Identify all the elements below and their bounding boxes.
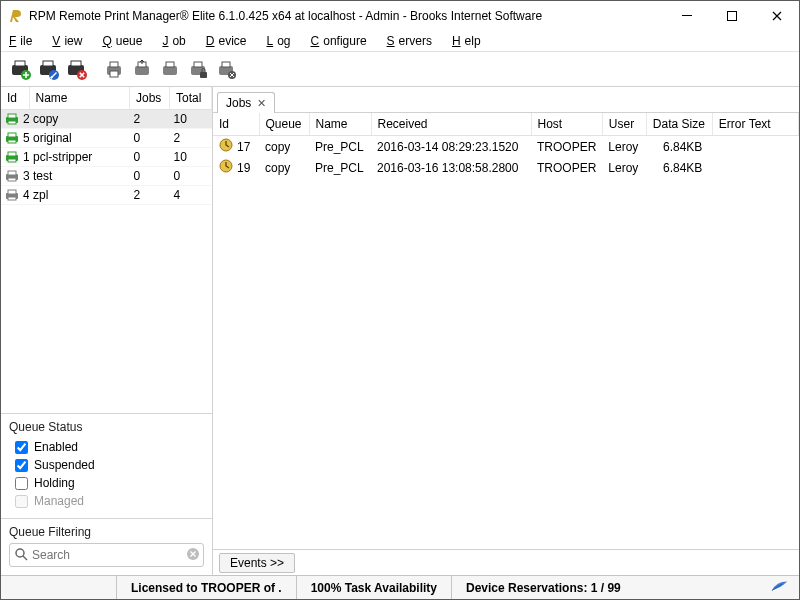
- menu-queue[interactable]: Queue: [102, 34, 150, 48]
- toolbar: [1, 51, 799, 87]
- job-row[interactable]: 17copyPre_PCL2016-03-14 08:29:23.1520TRO…: [213, 136, 799, 158]
- svg-rect-1: [727, 12, 736, 21]
- menu-bar: File View Queue Job Device Log Configure…: [1, 31, 799, 51]
- jcol-error[interactable]: Error Text: [712, 113, 798, 136]
- jobs-table[interactable]: Id Queue Name Received Host User Data Si…: [213, 113, 799, 178]
- job-host: TROOPER: [531, 136, 602, 158]
- app-icon: [7, 8, 23, 24]
- queue-row[interactable]: 1pcl-stripper010: [1, 147, 212, 166]
- queue-status-panel: Queue Status EnabledSuspendedHoldingMana…: [1, 413, 212, 518]
- job-row[interactable]: 19copyPre_PCL2016-03-16 13:08:58.2800TRO…: [213, 157, 799, 178]
- job-host: TROOPER: [531, 157, 602, 178]
- queue-name: pcl-stripper: [29, 147, 130, 166]
- queue-jobs: 0: [130, 128, 170, 147]
- svg-rect-27: [8, 121, 16, 124]
- window-buttons: [664, 1, 799, 31]
- queue-row[interactable]: 5original02: [1, 128, 212, 147]
- svg-rect-33: [8, 159, 16, 162]
- events-button[interactable]: Events >>: [219, 553, 295, 573]
- queue-table[interactable]: Id Name Jobs Total 2copy2105original021p…: [1, 87, 212, 205]
- queue-row[interactable]: 4zpl24: [1, 185, 212, 204]
- status-label: Holding: [34, 476, 75, 490]
- search-input[interactable]: [28, 546, 186, 564]
- minimize-button[interactable]: [664, 1, 709, 31]
- menu-configure[interactable]: Configure: [311, 34, 375, 48]
- search-icon: [14, 547, 28, 564]
- jcol-id[interactable]: Id: [213, 113, 259, 136]
- job-received: 2016-03-14 08:29:23.1520: [371, 136, 531, 158]
- checkbox[interactable]: [15, 477, 28, 490]
- feather-icon: [761, 579, 799, 596]
- printer-action-3-button[interactable]: [157, 56, 183, 82]
- job-size: 6.84KB: [646, 136, 712, 158]
- queue-id: 5: [23, 131, 29, 145]
- menu-device[interactable]: Device: [206, 34, 255, 48]
- tab-close-icon[interactable]: ✕: [257, 97, 266, 110]
- job-name: Pre_PCL: [309, 136, 371, 158]
- printer-action-1-button[interactable]: [101, 56, 127, 82]
- clock-icon: [219, 159, 233, 176]
- menu-log[interactable]: Log: [266, 34, 298, 48]
- search-box: [9, 543, 204, 567]
- menu-view[interactable]: View: [52, 34, 90, 48]
- jcol-queue[interactable]: Queue: [259, 113, 309, 136]
- svg-rect-39: [8, 197, 16, 200]
- jcol-user[interactable]: User: [602, 113, 646, 136]
- queue-name: copy: [29, 109, 130, 128]
- queue-panel: Id Name Jobs Total 2copy2105original021p…: [1, 87, 213, 575]
- menu-help[interactable]: Help: [452, 34, 489, 48]
- svg-rect-13: [110, 62, 118, 67]
- svg-rect-26: [8, 114, 16, 118]
- menu-file[interactable]: File: [9, 34, 40, 48]
- printer-lock-button[interactable]: [185, 56, 211, 82]
- col-name[interactable]: Name: [29, 87, 130, 109]
- svg-rect-6: [43, 61, 53, 66]
- queue-filtering-panel: Queue Filtering: [1, 518, 212, 575]
- printer-cancel-button[interactable]: [213, 56, 239, 82]
- queue-total: 2: [170, 128, 212, 147]
- tab-label: Jobs: [226, 96, 251, 110]
- close-button[interactable]: [754, 1, 799, 31]
- svg-point-40: [16, 549, 24, 557]
- main-split: Id Name Jobs Total 2copy2105original021p…: [1, 87, 799, 575]
- queue-id: 2: [23, 112, 29, 126]
- queue-jobs: 0: [130, 166, 170, 185]
- add-printer-button[interactable]: [7, 56, 33, 82]
- status-managed: Managed: [9, 492, 204, 510]
- col-total[interactable]: Total: [170, 87, 212, 109]
- delete-printer-button[interactable]: [63, 56, 89, 82]
- status-suspended[interactable]: Suspended: [9, 456, 204, 474]
- svg-rect-30: [8, 140, 16, 143]
- jcol-received[interactable]: Received: [371, 113, 531, 136]
- job-size: 6.84KB: [646, 157, 712, 178]
- svg-rect-3: [15, 61, 25, 66]
- status-license: Licensed to TROOPER of .: [116, 576, 296, 599]
- menu-servers[interactable]: Servers: [387, 34, 440, 48]
- svg-rect-0: [682, 15, 692, 16]
- checkbox[interactable]: [15, 459, 28, 472]
- status-bar: Licensed to TROOPER of . 100% Task Avail…: [1, 575, 799, 599]
- printer-action-2-button[interactable]: [129, 56, 155, 82]
- job-queue: copy: [259, 157, 309, 178]
- tab-jobs[interactable]: Jobs ✕: [217, 92, 275, 113]
- status-holding[interactable]: Holding: [9, 474, 204, 492]
- queue-total: 4: [170, 185, 212, 204]
- svg-rect-36: [8, 178, 16, 181]
- queue-row[interactable]: 3test00: [1, 166, 212, 185]
- jcol-data-size[interactable]: Data Size: [646, 113, 712, 136]
- queue-row[interactable]: 2copy210: [1, 109, 212, 128]
- jcol-host[interactable]: Host: [531, 113, 602, 136]
- status-enabled[interactable]: Enabled: [9, 438, 204, 456]
- queue-id: 3: [23, 169, 29, 183]
- col-jobs[interactable]: Jobs: [130, 87, 170, 109]
- jobs-table-header: Id Queue Name Received Host User Data Si…: [213, 113, 799, 136]
- configure-printer-button[interactable]: [35, 56, 61, 82]
- col-id[interactable]: Id: [1, 87, 29, 109]
- maximize-button[interactable]: [709, 1, 754, 31]
- checkbox[interactable]: [15, 441, 28, 454]
- svg-rect-35: [8, 171, 16, 175]
- clear-search-icon[interactable]: [186, 547, 200, 564]
- jcol-name[interactable]: Name: [309, 113, 371, 136]
- menu-job[interactable]: Job: [162, 34, 193, 48]
- queue-total: 10: [170, 147, 212, 166]
